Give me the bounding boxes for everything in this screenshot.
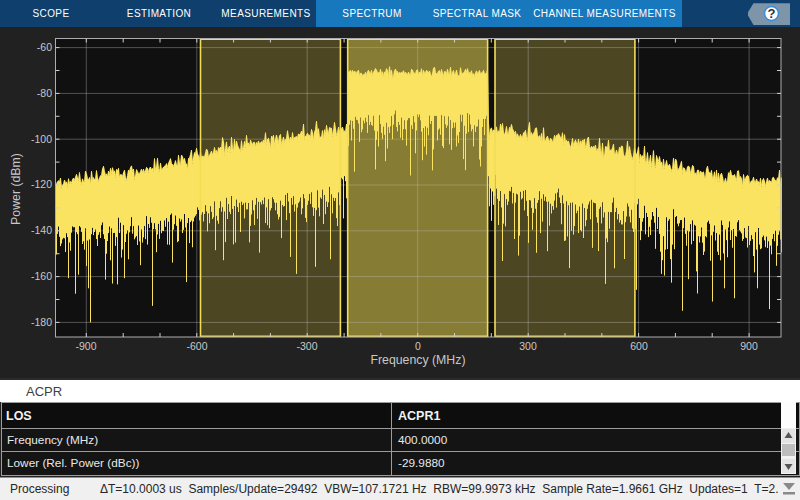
svg-text:?: ? — [768, 6, 776, 21]
